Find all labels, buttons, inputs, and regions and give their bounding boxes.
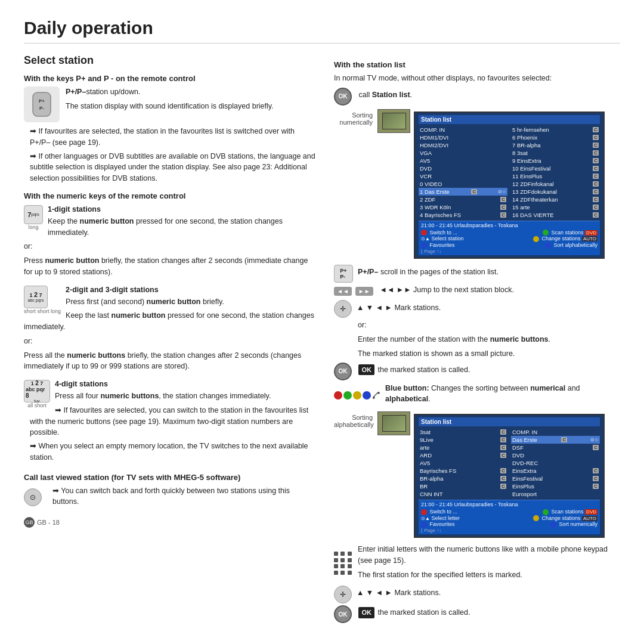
pp-detail: The station display with sound identific…	[24, 101, 316, 112]
pp-bullet1: If favourites are selected, the station …	[30, 126, 316, 148]
numpad-dot	[340, 552, 345, 556]
num-row: 6 PhoenixC	[511, 134, 600, 141]
num-row: HDMI1/DVI	[419, 134, 507, 141]
num-row: 3 WDR KölnC	[419, 203, 507, 211]
four-digit-title: 4-digit stations	[24, 380, 316, 388]
sorting-num-screen-group: Station list COMP. IN HDMI1/DVI HDMI2/DV…	[377, 109, 605, 261]
num-row: 0 VIDEO	[419, 180, 507, 188]
two-digit-or1: or:	[24, 336, 316, 347]
ok-station-list-row: OK call Station list.	[334, 88, 620, 106]
left-column: Select station With the keys P+ and P - …	[24, 54, 316, 632]
alpha-row: DSFC	[511, 444, 600, 451]
nav-cross-icon: ✛	[334, 300, 352, 318]
section-pp-keys: With the keys P+ and P - on the remote c…	[24, 74, 316, 184]
alpha-row-highlighted: Das ErsteC⊙☆	[511, 436, 600, 444]
station-screen-alpha: Station list 3satC 9LiveC arteC ARDC AV5…	[414, 414, 605, 538]
nav-cross-icon-2: ✛	[334, 586, 352, 603]
btn-blue-4	[550, 522, 556, 528]
sorting-numerically-wrapper: Sortingnumerically Station list COMP. IN…	[334, 109, 620, 261]
all-short-label: all short	[24, 402, 50, 408]
two-digit-line1: Press first (and second) numeric button …	[24, 296, 316, 308]
ff-btn: ►►	[355, 287, 373, 296]
screen-title-alpha: Station list	[419, 417, 600, 426]
round-red	[334, 391, 342, 400]
num-row-highlighted: 1 Das ErsteC⊙☆	[419, 188, 507, 196]
page-footer: GB GB - 18	[24, 517, 316, 528]
num-right-col: 5 hr-fernsehenC 6 PhoenixC 7 BR-alphaC 8…	[511, 126, 600, 219]
numpad-dot	[348, 558, 352, 562]
btn-yellow-2	[533, 515, 539, 521]
color-btns-icon	[334, 391, 380, 400]
alpha-desc2: The first station for the specified lett…	[358, 569, 620, 581]
numpad-dot	[340, 558, 345, 562]
wrench-icon	[372, 391, 380, 400]
num-row: VGA	[419, 149, 507, 157]
numpad-dot	[334, 558, 338, 562]
station-screen-num: Station list COMP. IN HDMI1/DVI HDMI2/DV…	[414, 112, 605, 259]
alpha-row: AV5	[419, 459, 507, 467]
alpha-row: Eurosport	[511, 490, 600, 498]
alpha-row: Bayrisches FSC	[419, 467, 507, 475]
nav-mark-row: ✛ ▲ ▼ ◄ ► Mark stations.	[334, 300, 620, 318]
ok-marked2-desc: OK the marked station is called.	[357, 607, 470, 618]
page-indicator-num: ⌊ Page ↑↓	[421, 249, 597, 254]
marked-small-desc: The marked station is shown as a small p…	[358, 348, 620, 360]
bottom-row2-num: ⊙▲ Select station Change stations AUTO	[421, 236, 597, 242]
station-bottom-num: 21:00 - 21:45 Urlaubsparadies - Toskana …	[419, 221, 600, 255]
one-digit-title: 1-digit stations	[24, 205, 316, 213]
alpha-row: 9LiveC	[419, 436, 507, 444]
bottom-time-alpha: 21:00 - 21:45 Urlaubsparadies - Toskana	[421, 501, 597, 507]
right-column: With the station list In normal TV mode,…	[334, 54, 620, 632]
num-row: 14 ZDFtheaterkanC	[511, 196, 600, 203]
two-digit-line2: Keep the last numeric button pressed for…	[24, 310, 316, 333]
pp-small: P+P-	[334, 265, 353, 283]
ok-box-2: OK	[358, 607, 374, 618]
btn-green	[543, 230, 549, 236]
four-digit-section: 1 2 7 abc pqr 8 tuv all short 4-digit st…	[24, 380, 316, 466]
nav-mark2-row: ✛ ▲ ▼ ◄ ► Mark stations.	[334, 586, 620, 603]
four-digit-bullet2: When you select an empty memory location…	[30, 441, 316, 463]
section-numeric: With the numeric keys of the remote cont…	[24, 191, 316, 466]
alpha-row: EinsFestivalC	[511, 475, 600, 482]
alpha-row: EinsPlusC	[511, 482, 600, 490]
remote-pp-icon: P+ P-	[24, 86, 60, 122]
one-digit-line1: Keep the numeric button pressed for one …	[24, 216, 316, 239]
pp-desc: P+/P–station up/down.	[24, 86, 316, 98]
sorting-num-label: Sortingnumerically	[334, 112, 373, 126]
bottom-time-num: 21:00 - 21:45 Urlaubsparadies - Toskana	[421, 222, 597, 228]
alpha-row: DVD	[511, 451, 600, 459]
ff-jump-row: ◄◄ ►► ◄◄ ►► Jump to the next station blo…	[334, 284, 620, 299]
or-label: or:	[358, 320, 620, 331]
pp-scroll-desc: P+/P– scroll in the pages of the station…	[358, 267, 499, 278]
long-label: long	[24, 224, 43, 230]
btn-red	[421, 230, 427, 236]
alpha-left-col: 3satC 9LiveC arteC ARDC AV5 Bayrisches F…	[419, 428, 507, 498]
sorting-alpha-label: Sortingalphabetically	[334, 414, 373, 428]
bottom-row3-alpha: Favourites Sort numerically	[421, 521, 597, 528]
alpha-row: BR-alphaC	[419, 475, 507, 482]
numpad-dot	[334, 571, 338, 575]
section-title-select: Select station	[24, 54, 316, 67]
btn-red-2	[421, 509, 427, 515]
bottom-row1-num: Switch to ... Scan stations DVD	[421, 230, 597, 236]
alpha-row: DVD-REC	[511, 459, 600, 467]
remote-pp-small-icon: P+P-	[334, 265, 353, 283]
svg-rect-0	[33, 92, 51, 116]
svg-text:P+: P+	[39, 98, 45, 104]
alpha-desc1: Enter initial letters with the numeric b…	[358, 544, 620, 566]
numpad-dot	[334, 552, 338, 556]
key-1278-icon: 1 2 7 abc pqr 8 tuv	[24, 380, 50, 402]
round-yellow	[353, 391, 361, 400]
bottom-row1-alpha: Switch to ... Scan stations DVD	[421, 509, 597, 515]
screen-thumbnail-num	[377, 109, 410, 133]
short-short-long-label: short short long	[24, 308, 61, 314]
alpha-instructions: Enter initial letters with the numeric b…	[358, 544, 620, 583]
screen-title-num: Station list	[419, 115, 600, 124]
two-digit-line3: Press all the numeric buttons briefly, t…	[24, 350, 316, 373]
alpha-row: BRC	[419, 482, 507, 490]
key-7-icon: 7pqrs	[24, 205, 43, 224]
num-row: DVD	[419, 165, 507, 172]
numpad-alpha-row: Enter initial letters with the numeric b…	[334, 544, 620, 583]
btn-yellow	[533, 236, 539, 242]
two-digit-section: 1 2 7 abc pqrs short short long 2-digit …	[24, 286, 316, 376]
